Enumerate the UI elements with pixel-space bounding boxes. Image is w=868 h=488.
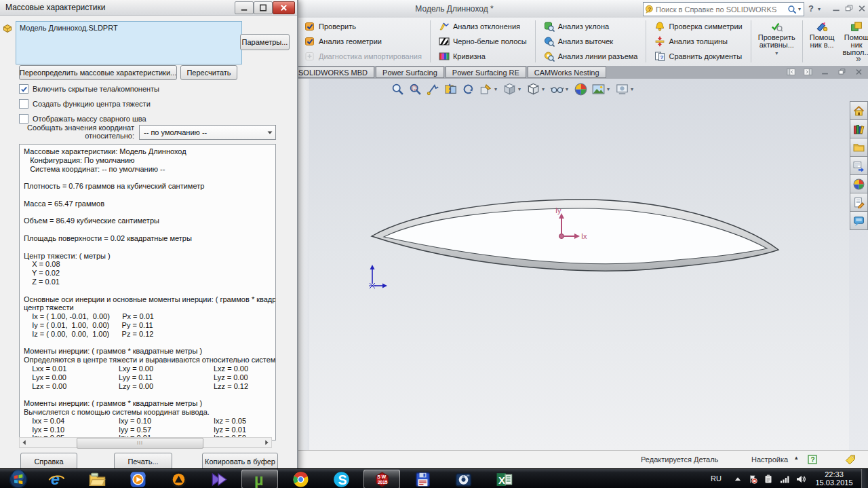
help-menu[interactable]: ? bbox=[808, 3, 814, 14]
view-settings-button[interactable]: ▾ bbox=[614, 82, 636, 96]
taskbar-excel[interactable]: X bbox=[486, 470, 522, 488]
coordinate-system-dropdown[interactable]: -- по умолчанию -- bbox=[139, 125, 276, 140]
status-configuration[interactable]: Настройка bbox=[751, 455, 788, 464]
view-orientation-button[interactable]: ▾ bbox=[502, 82, 524, 96]
tool-symmetry-check[interactable]: Проверка симметрии bbox=[650, 20, 746, 33]
dropdown-arrow-icon[interactable] bbox=[264, 127, 275, 138]
tab-power-surfacing[interactable]: Power Surfacing bbox=[376, 67, 444, 78]
taskbar-chrome[interactable] bbox=[282, 470, 319, 488]
scrollbar-thumb[interactable]: III bbox=[77, 438, 203, 449]
tool-check-active[interactable]: Проверить активны...▾ bbox=[754, 19, 800, 64]
show-desktop-button[interactable] bbox=[861, 469, 868, 488]
zoom-fit-button[interactable] bbox=[390, 82, 406, 96]
tool-draft-analysis[interactable]: Анализ уклона bbox=[540, 20, 642, 33]
tray-clock[interactable]: 22:33 15.03.2015 bbox=[812, 470, 856, 487]
app-restore-button[interactable] bbox=[843, 3, 855, 14]
start-button[interactable] bbox=[3, 470, 34, 488]
results-horizontal-scrollbar[interactable]: III bbox=[19, 437, 272, 448]
view-filter-button[interactable] bbox=[425, 82, 441, 96]
taskpane-tab-design-library[interactable] bbox=[850, 119, 868, 138]
scene-dropdown-arrow[interactable]: ▾ bbox=[606, 86, 611, 92]
scroll-left-arrow[interactable] bbox=[20, 438, 29, 447]
dialog-close-button[interactable] bbox=[273, 1, 295, 14]
tray-network-icon[interactable] bbox=[779, 474, 790, 485]
taskpane-tab-custom-props[interactable] bbox=[850, 193, 868, 212]
copy-to-clipboard-button[interactable]: Копировать в буфер bbox=[202, 453, 278, 470]
tool-dropdown-arrow[interactable]: ▾ bbox=[774, 50, 779, 56]
tool-parting-line-analysis[interactable]: Анализ линии разъема bbox=[540, 50, 642, 63]
hide-show-dropdown-arrow[interactable]: ▾ bbox=[564, 86, 570, 92]
help-dropdown-arrow[interactable]: ▾ bbox=[816, 6, 822, 12]
recalculate-button[interactable]: Пересчитать bbox=[180, 65, 237, 80]
search-input[interactable] bbox=[654, 5, 787, 14]
mass-properties-results[interactable]: Массовые характеристики: Модель Длиннохо… bbox=[19, 144, 276, 440]
taskbar-kmplayer[interactable] bbox=[201, 470, 237, 488]
doc-close-icon[interactable] bbox=[853, 67, 865, 77]
checkbox[interactable] bbox=[19, 99, 28, 109]
app-close-button[interactable] bbox=[856, 3, 868, 14]
scrollbar-track[interactable]: III bbox=[29, 438, 262, 447]
quick-tips-icon[interactable]: ? bbox=[807, 454, 818, 465]
sketch-view-dropdown-arrow[interactable]: ▾ bbox=[493, 86, 498, 92]
doc-minimize-icon[interactable] bbox=[819, 67, 831, 77]
hide-show-button[interactable]: ▾ bbox=[549, 82, 571, 96]
taskbar-media-player[interactable] bbox=[119, 470, 156, 488]
tag-icon[interactable] bbox=[845, 454, 856, 465]
taskbar-utorrent[interactable]: µ bbox=[241, 470, 278, 488]
search-icon[interactable] bbox=[787, 5, 797, 14]
section-view-button[interactable] bbox=[443, 82, 458, 96]
tray-updates-icon[interactable] bbox=[763, 474, 774, 485]
tray-up-icon[interactable] bbox=[732, 474, 743, 485]
checkbox-checked[interactable] bbox=[19, 84, 28, 94]
pane-collapse-right-icon[interactable] bbox=[802, 67, 814, 77]
tool-geometry-analysis[interactable]: Анализ геометрии bbox=[300, 35, 426, 48]
tray-flag-icon[interactable] bbox=[747, 474, 758, 485]
taskbar-windows-explorer[interactable] bbox=[79, 470, 115, 488]
display-style-dropdown-arrow[interactable]: ▾ bbox=[540, 86, 546, 92]
tool-verify[interactable]: Проверить bbox=[300, 20, 426, 33]
override-mass-properties-button[interactable]: Переопределить массовые характеристики..… bbox=[19, 65, 177, 80]
tab-power-surfacing-re[interactable]: Power Surfacing RE bbox=[446, 67, 526, 78]
taskbar-aimp[interactable] bbox=[160, 470, 197, 488]
dialog-minimize-button[interactable] bbox=[235, 1, 254, 14]
help-button[interactable]: Справка bbox=[20, 453, 77, 470]
taskpane-tab-view-palette[interactable] bbox=[850, 156, 868, 175]
taskpane-tab-appearances-sphere[interactable] bbox=[850, 174, 868, 193]
app-minimize-button[interactable] bbox=[830, 3, 842, 14]
taskbar-solidworks-2015[interactable]: S W2015 bbox=[363, 470, 400, 488]
graphics-area[interactable]: Iy Ix bbox=[298, 79, 849, 450]
taskbar-skype[interactable]: S bbox=[323, 470, 359, 488]
taskpane-tab-home[interactable] bbox=[850, 101, 868, 120]
tool-wizard-import[interactable]: Помощ ник в... bbox=[806, 19, 839, 64]
pane-collapse-left-icon[interactable] bbox=[785, 67, 797, 77]
tab-solidworks-mbd[interactable]: SOLIDWORKS MBD bbox=[292, 67, 374, 78]
search-dropdown-arrow[interactable]: ▾ bbox=[797, 6, 802, 12]
checkbox[interactable] bbox=[19, 114, 28, 124]
dialog-titlebar[interactable]: Массовые характеристики bbox=[0, 0, 297, 16]
zoom-area-button[interactable] bbox=[408, 82, 423, 96]
tray-volume-icon[interactable] bbox=[795, 474, 806, 485]
print-button[interactable]: Печать... bbox=[114, 453, 172, 470]
tool-curvature[interactable]: Кривизна bbox=[435, 50, 531, 63]
view-orientation-dropdown-arrow[interactable]: ▾ bbox=[517, 86, 522, 92]
language-indicator[interactable]: RU bbox=[711, 474, 722, 483]
tool-deviation-analysis[interactable]: Анализ отклонения bbox=[435, 20, 531, 33]
taskbar-screenshot-tool[interactable] bbox=[445, 470, 481, 488]
taskpane-tab-forum[interactable] bbox=[850, 211, 868, 230]
taskpane-tab-file-explorer[interactable] bbox=[850, 138, 868, 157]
panel-splitter[interactable] bbox=[297, 79, 309, 450]
sketch-view-button[interactable]: ▾ bbox=[478, 82, 500, 96]
configuration-dropdown-arrow[interactable]: ▴ bbox=[795, 454, 798, 461]
appearances-button[interactable] bbox=[573, 82, 589, 96]
dialog-maximize-button[interactable] bbox=[254, 1, 273, 14]
doc-restore-icon[interactable] bbox=[836, 67, 848, 77]
tool-thickness-analysis[interactable]: Анализ толщины bbox=[650, 35, 746, 48]
scroll-right-arrow[interactable] bbox=[262, 438, 271, 447]
options-button[interactable]: Параметры... bbox=[240, 34, 290, 50]
taskbar-backup-tool[interactable] bbox=[404, 470, 441, 488]
view-settings-dropdown-arrow[interactable]: ▾ bbox=[629, 86, 635, 92]
help-search-box[interactable]: ? ▾ bbox=[643, 2, 804, 16]
display-style-button[interactable]: ▾ bbox=[526, 82, 547, 96]
taskbar-internet-explorer[interactable]: e bbox=[38, 470, 75, 488]
tab-camworks-nesting[interactable]: CAMWorks Nesting bbox=[528, 67, 606, 78]
